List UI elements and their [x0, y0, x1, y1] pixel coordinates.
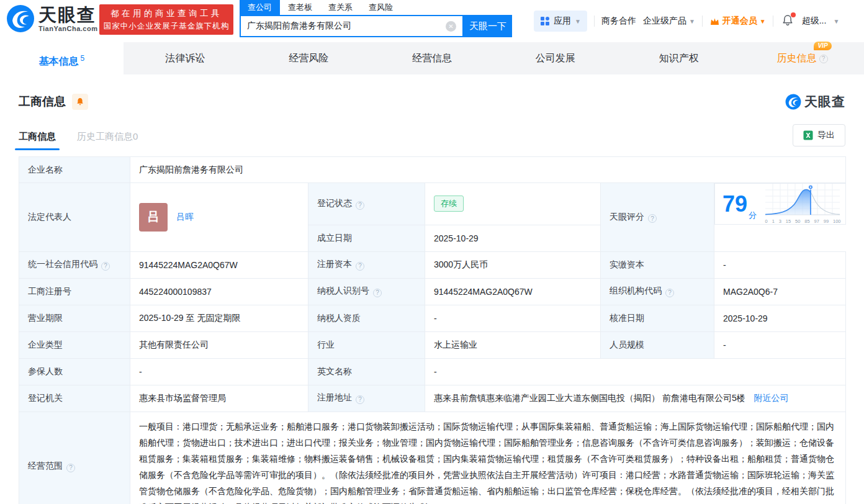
chevron-down-icon: ▼ — [760, 18, 766, 25]
clear-icon[interactable]: ✕ — [446, 21, 456, 32]
score-chart-axis: 01 315 5085 9799 100 — [765, 218, 842, 224]
tianyancha-watermark: 天眼查 — [785, 93, 845, 110]
field-value: - — [714, 331, 846, 358]
search-tab-risk[interactable]: 查风险 — [361, 0, 401, 15]
apps-grid-icon — [540, 16, 550, 26]
tab-operation-info[interactable]: 经营信息 — [371, 42, 494, 74]
help-icon[interactable]: ? — [373, 289, 382, 297]
tab-intellectual-property[interactable]: 知识产权 — [617, 42, 740, 74]
field-value: 其他有限责任公司 — [130, 331, 308, 358]
table-row: 经营范围? 一般项目：港口理货；无船承运业务；船舶港口服务；港口货物装卸搬运活动… — [19, 412, 846, 504]
field-label: 企业类型 — [19, 331, 130, 358]
address-value: 惠来县前詹镇惠来临港产业园工业大道东侧国电投（揭阳） 前詹港电有限公司5楼 — [434, 393, 745, 403]
table-row: 工商注册号 445224000109837 纳税人识别号? 91445224MA… — [19, 278, 846, 305]
search-tab-boss[interactable]: 查老板 — [280, 0, 320, 15]
top-menu: 应用 ▼ 商务合作 企业级产品 ▼ 开通会员 ▼ — [534, 10, 839, 32]
help-icon[interactable]: ? — [356, 201, 364, 210]
brand-name: 天眼查 — [38, 6, 97, 24]
tab-basic-info[interactable]: 基本信息5 — [0, 42, 124, 74]
tab-history-info[interactable]: 历史信息 VIP ? — [740, 42, 864, 74]
chevron-down-icon: ▼ — [689, 18, 695, 25]
tab-company-development[interactable]: 公司发展 — [493, 42, 617, 74]
search-area: 查公司 查老板 查关系 查风险 ✕ 天眼一下 — [240, 0, 512, 37]
field-value: - — [130, 358, 308, 385]
section-title: 工商信息 — [19, 94, 66, 110]
field-value: 91445224MAG2A0Q67W — [130, 251, 308, 278]
menu-open-vip[interactable]: 开通会员 ▼ — [709, 16, 766, 27]
menu-enterprise[interactable]: 企业级产品 ▼ — [643, 16, 695, 27]
field-label: 实缴资本 — [601, 251, 714, 278]
field-value: 水上运输业 — [425, 331, 601, 358]
search-input[interactable] — [241, 21, 446, 31]
nearby-companies-link[interactable]: 附近公司 — [754, 393, 789, 403]
field-label: 英文名称 — [308, 358, 425, 385]
tab-business-info[interactable]: 工商信息 — [19, 131, 56, 150]
field-label: 登记机关 — [19, 385, 130, 412]
export-button[interactable]: 导出 — [793, 124, 845, 146]
apps-label: 应用 — [554, 16, 571, 27]
promo-line2: 国家中小企业发展子基金旗下机构 — [104, 21, 230, 32]
field-value: 2025-10-29 — [714, 305, 846, 331]
business-info-table: 企业名称 广东揭阳前詹港务有限公司 法定代表人 吕 吕晖 登记状态? 存续 天眼… — [19, 156, 846, 504]
search-tab-relation[interactable]: 查关系 — [320, 0, 361, 15]
field-label: 法定代表人 — [19, 183, 130, 252]
company-nav-tabs: 基本信息5 法律诉讼 经营风险 经营信息 公司发展 知识产权 历史信息 VIP … — [0, 42, 864, 74]
status-badge: 存续 — [434, 196, 464, 212]
help-icon[interactable]: ? — [356, 262, 364, 271]
field-label: 成立日期 — [308, 225, 425, 251]
field-label: 纳税人资质 — [308, 305, 425, 331]
legal-rep-avatar[interactable]: 吕 — [139, 203, 168, 232]
table-row: 企业类型 其他有限责任公司 行业 水上运输业 人员规模 - — [19, 331, 846, 358]
promo-line1: 都在用的商业查询工具 — [110, 8, 222, 19]
basic-info-count: 5 — [81, 54, 85, 63]
score-value: 79 — [722, 193, 747, 215]
export-label: 导出 — [817, 130, 835, 141]
help-icon[interactable]: ? — [648, 214, 657, 223]
tab-legal-proceedings[interactable]: 法律诉讼 — [124, 42, 247, 74]
field-value: - — [714, 251, 846, 278]
search-button[interactable]: 天眼一下 — [464, 15, 512, 37]
company-name-value: 广东揭阳前詹港务有限公司 — [130, 157, 846, 183]
help-icon: ? — [819, 55, 828, 63]
field-label: 营业期限 — [19, 305, 130, 331]
notifications-button[interactable] — [781, 14, 794, 29]
vip-badge: VIP — [814, 42, 831, 50]
menu-cooperation[interactable]: 商务合作 — [601, 16, 636, 27]
field-label: 注册地址? — [308, 385, 425, 412]
apps-menu[interactable]: 应用 ▼ — [534, 11, 587, 32]
help-icon[interactable]: ? — [101, 262, 110, 271]
tab-history-business-info[interactable]: 历史工商信息0 — [77, 131, 138, 150]
tab-operation-risk[interactable]: 经营风险 — [247, 42, 371, 74]
field-value: 3000万人民币 — [425, 251, 601, 278]
field-value: 惠来县市场监督管理局 — [130, 385, 308, 412]
field-label: 经营范围? — [19, 412, 130, 504]
table-row: 法定代表人 吕 吕晖 登记状态? 存续 天眼评分? 79 分 — [19, 183, 846, 225]
table-row: 企业名称 广东揭阳前詹港务有限公司 — [19, 157, 846, 183]
search-box: ✕ — [240, 15, 464, 37]
search-tab-company[interactable]: 查公司 — [240, 0, 280, 15]
notification-dot — [791, 12, 796, 17]
excel-icon — [803, 130, 813, 140]
field-label: 企业名称 — [19, 157, 130, 183]
table-row: 营业期限 2025-10-29 至 无固定期限 纳税人资质 - 核准日期 202… — [19, 305, 846, 331]
legal-rep-link[interactable]: 吕晖 — [176, 212, 194, 223]
chevron-down-icon[interactable]: ▼ — [833, 18, 839, 25]
help-icon[interactable]: ? — [66, 464, 75, 472]
brand-domain: TianYanCha.com — [38, 25, 97, 32]
search-tabs: 查公司 查老板 查关系 查风险 — [240, 0, 512, 15]
help-icon[interactable]: ? — [356, 395, 364, 404]
field-value: 2025-10-29 至 无固定期限 — [130, 305, 308, 331]
crown-icon — [709, 17, 720, 26]
field-label: 天眼评分? — [601, 183, 714, 252]
field-label: 核准日期 — [601, 305, 714, 331]
field-label: 登记状态? — [308, 183, 425, 225]
tianyancha-page: 天眼查 TianYanCha.com 都在用的商业查询工具 国家中小企业发展子基… — [0, 0, 864, 504]
user-account[interactable]: 超级... — [802, 16, 827, 27]
brand-logo[interactable]: 天眼查 TianYanCha.com — [6, 4, 97, 33]
divider — [702, 16, 703, 27]
field-value: 445224000109837 — [130, 278, 308, 305]
field-label: 工商注册号 — [19, 278, 130, 305]
help-icon[interactable]: ? — [665, 289, 674, 297]
divider — [594, 16, 595, 27]
subscribe-bell-button[interactable] — [72, 94, 88, 110]
